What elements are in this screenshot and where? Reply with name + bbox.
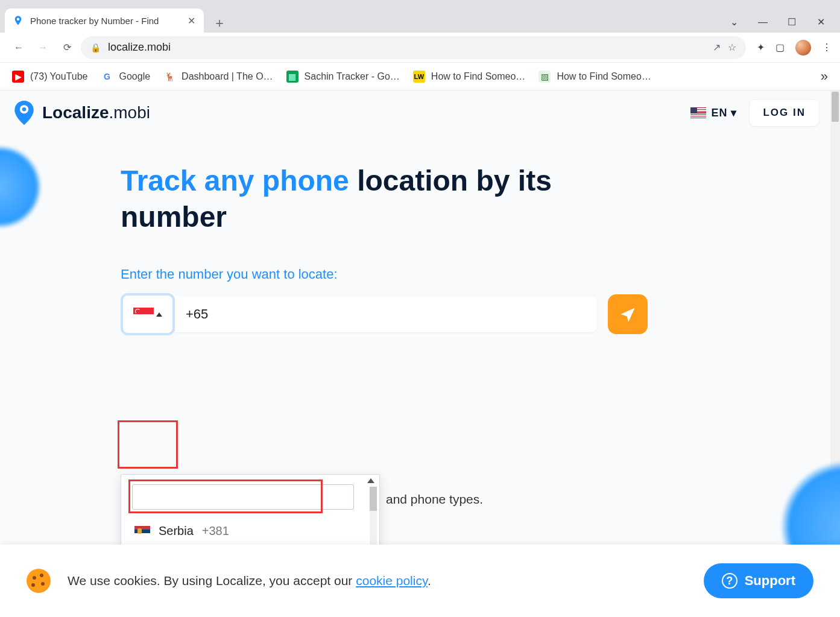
- bookmark-youtube[interactable]: ▶ (73) YouTube: [12, 71, 87, 83]
- bookmark-howto-2[interactable]: ▨ How to Find Someo…: [538, 71, 651, 83]
- bookmark-label: How to Find Someo…: [557, 71, 651, 82]
- tab-close-icon[interactable]: ✕: [186, 15, 197, 26]
- svg-point-1: [22, 107, 27, 112]
- tab-title: Phone tracker by Number - Find: [30, 16, 180, 26]
- bookmark-label: (73) YouTube: [30, 71, 87, 82]
- window-close-button[interactable]: ✕: [815, 16, 827, 28]
- cookie-text-pre: We use cookies. By using Localize, you a…: [68, 574, 356, 587]
- bookmark-label: Dashboard | The O…: [182, 71, 273, 82]
- tabs-chevron-icon[interactable]: ⌄: [728, 16, 740, 28]
- browser-menu-icon[interactable]: ⋮: [822, 42, 832, 53]
- bookmark-sachin-tracker[interactable]: ▦ Sachin Tracker - Go…: [286, 71, 400, 83]
- scrollbar-thumb[interactable]: [832, 92, 839, 122]
- phone-field-label: Enter the number you want to locate:: [121, 267, 840, 282]
- browser-toolbar: ← → ⟳ 🔒 localize.mobi ↗ ☆ ✦ ▢ ⋮: [0, 33, 840, 63]
- window-controls: ⌄ — ☐ ✕: [728, 16, 840, 33]
- bookmark-dashboard[interactable]: 🦌 Dashboard | The O…: [163, 71, 273, 83]
- site-header: Localize.mobi EN ▾ LOG IN: [0, 90, 840, 135]
- cookie-banner: We use cookies. By using Localize, you a…: [0, 545, 840, 617]
- browser-tab[interactable]: Phone tracker by Number - Find ✕: [5, 8, 204, 33]
- compatibility-note-tail: and phone types.: [386, 492, 483, 507]
- side-panel-icon[interactable]: ▢: [775, 42, 785, 53]
- country-search-input[interactable]: [132, 484, 354, 510]
- profile-avatar[interactable]: [795, 40, 811, 55]
- nav-back-button[interactable]: ←: [8, 37, 29, 58]
- page-scrollbar[interactable]: [830, 90, 840, 617]
- bookmarks-overflow-button[interactable]: »: [821, 69, 828, 84]
- phone-input-row: [121, 293, 840, 335]
- nav-forward-button[interactable]: →: [33, 37, 53, 58]
- help-icon: ?: [722, 573, 737, 589]
- bookmark-label: How to Find Someo…: [431, 71, 526, 82]
- window-maximize-button[interactable]: ☐: [786, 16, 798, 28]
- country-name: Serbia: [159, 524, 194, 538]
- country-code-selector[interactable]: [121, 293, 175, 335]
- tab-strip: Phone tracker by Number - Find ✕ ＋ ⌄ — ☐…: [0, 0, 840, 33]
- google-icon: G: [101, 71, 113, 83]
- image-icon: ▨: [538, 71, 551, 83]
- dropdown-scroll-thumb[interactable]: [370, 487, 377, 511]
- bookmark-google[interactable]: G Google: [101, 71, 150, 83]
- language-label: EN ▾: [711, 106, 737, 119]
- login-button[interactable]: LOG IN: [749, 99, 819, 127]
- address-bar[interactable]: 🔒 localize.mobi ↗ ☆: [81, 36, 746, 59]
- cookie-text-post: .: [428, 574, 431, 587]
- country-code: +381: [202, 524, 229, 538]
- logo-pin-icon: [13, 101, 35, 125]
- lw-icon: LW: [413, 71, 425, 83]
- support-button[interactable]: ? Support: [704, 563, 813, 598]
- support-label: Support: [745, 573, 795, 589]
- lock-icon: 🔒: [90, 43, 101, 52]
- location-arrow-icon: [619, 306, 636, 323]
- caret-up-icon: [156, 312, 162, 317]
- hero-section: Track any phone location by its number E…: [0, 135, 840, 335]
- language-selector[interactable]: EN ▾: [690, 106, 737, 119]
- nav-reload-button[interactable]: ⟳: [57, 37, 77, 58]
- cookie-policy-link[interactable]: cookie policy: [356, 574, 428, 587]
- country-option-serbia[interactable]: Serbia +381: [121, 516, 379, 546]
- sheets-icon: ▦: [286, 71, 298, 83]
- bookmark-label: Google: [119, 71, 150, 82]
- url-text: localize.mobi: [108, 41, 706, 54]
- serbia-flag-icon: [134, 526, 150, 537]
- window-minimize-button[interactable]: —: [757, 17, 769, 28]
- page-headline: Track any phone location by its number: [121, 163, 615, 235]
- cookie-icon: [27, 569, 51, 593]
- annotation-highlight-country: [118, 420, 178, 469]
- phone-number-input[interactable]: [175, 296, 597, 332]
- star-icon[interactable]: ☆: [728, 42, 736, 53]
- brand-bold: Localize: [42, 103, 109, 122]
- youtube-icon: ▶: [12, 71, 24, 83]
- share-icon[interactable]: ↗: [713, 42, 721, 53]
- dropdown-scroll-up-icon[interactable]: [367, 478, 374, 483]
- bookmark-label: Sachin Tracker - Go…: [305, 71, 400, 82]
- extensions-icon[interactable]: ✦: [757, 42, 765, 53]
- cookie-text: We use cookies. By using Localize, you a…: [68, 574, 431, 588]
- browser-chrome: Phone tracker by Number - Find ✕ ＋ ⌄ — ☐…: [0, 0, 840, 90]
- new-tab-button[interactable]: ＋: [210, 13, 229, 33]
- locate-button[interactable]: [608, 294, 648, 334]
- page-content: Localize.mobi EN ▾ LOG IN Track any phon…: [0, 90, 840, 617]
- singapore-flag-icon: [133, 308, 154, 321]
- brand-light: .mobi: [109, 103, 150, 122]
- us-flag-icon: [690, 107, 706, 118]
- bookmark-howto-1[interactable]: LW How to Find Someo…: [413, 71, 526, 83]
- headline-accent: Track any phone: [121, 165, 349, 197]
- deer-icon: 🦌: [163, 71, 175, 83]
- bookmarks-bar: ▶ (73) YouTube G Google 🦌 Dashboard | Th…: [0, 63, 840, 90]
- location-pin-icon: [12, 14, 24, 27]
- site-logo[interactable]: Localize.mobi: [13, 101, 150, 125]
